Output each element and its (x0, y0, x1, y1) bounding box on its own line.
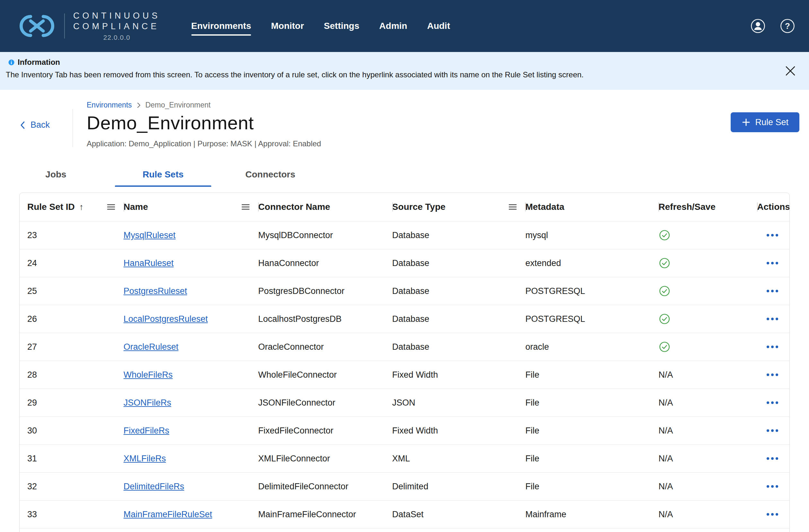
info-icon (8, 59, 14, 66)
ruleset-id-cell: 32 (20, 482, 124, 492)
ruleset-name-link[interactable]: DelimitedFileRs (124, 482, 184, 492)
app-version: 22.0.0.0 (73, 34, 160, 41)
check-circle-icon (659, 258, 670, 269)
column-label-connector-name: Connector Name (258, 202, 330, 212)
ruleset-name-link[interactable]: LocalPostgresRuleset (124, 314, 208, 324)
row-actions-button[interactable] (763, 286, 781, 296)
column-header-refresh-save[interactable]: Refresh/Save (658, 193, 757, 221)
nav-item-admin[interactable]: Admin (379, 21, 407, 31)
source-type-cell: Database (392, 258, 526, 268)
connector-name-cell: MysqlDBConnector (258, 230, 392, 240)
column-label-source-type: Source Type (392, 202, 446, 212)
row-actions-button[interactable] (763, 314, 781, 324)
back-button[interactable]: Back (20, 120, 50, 130)
brand-line-2: COMPLIANCE (73, 21, 160, 32)
refresh-save-cell: N/A (658, 454, 757, 464)
connector-name-cell: OracleConnector (258, 342, 392, 352)
ruleset-name-link[interactable]: MainFrameFileRuleSet (124, 510, 212, 519)
ruleset-name-link[interactable]: WholeFileRs (124, 370, 173, 380)
tab-rule-sets[interactable]: Rule Sets (115, 164, 211, 187)
source-type-cell: Fixed Width (392, 370, 526, 380)
breadcrumb-chevron-icon (136, 102, 141, 108)
page-header: Environments Demo_Environment Demo_Envir… (0, 90, 809, 149)
main-nav: Environments Monitor Settings Admin Audi… (191, 21, 450, 31)
brand-line-1: CONTINUOUS (73, 11, 160, 21)
ruleset-id-cell: 26 (20, 314, 124, 324)
nav-item-monitor[interactable]: Monitor (271, 21, 304, 31)
row-actions-button[interactable] (763, 397, 781, 408)
row-actions-button[interactable] (763, 425, 781, 436)
table-row: 29 JSONFileRs JSONFileConnector JSON Fil… (20, 389, 789, 416)
row-actions-button[interactable] (763, 258, 781, 268)
refresh-save-cell (658, 230, 757, 241)
row-actions-button[interactable] (763, 230, 781, 240)
column-menu-icon[interactable] (241, 204, 250, 210)
ruleset-name-link[interactable]: JSONFileRs (124, 398, 171, 408)
ruleset-id-cell: 28 (20, 370, 124, 380)
banner-title: Information (18, 58, 60, 67)
rule-sets-table: Rule Set ID ↑ Name Connector Name Source… (19, 193, 790, 532)
tab-jobs[interactable]: Jobs (8, 164, 104, 187)
nav-item-settings[interactable]: Settings (324, 21, 359, 31)
ruleset-name-link[interactable]: PostgresRuleset (124, 286, 187, 296)
row-actions-button[interactable] (763, 342, 781, 352)
column-label-metadata: Metadata (525, 202, 564, 212)
ruleset-name-link[interactable]: HanaRuleset (124, 258, 174, 268)
account-icon[interactable] (751, 19, 765, 33)
sort-ascending-icon[interactable]: ↑ (79, 202, 84, 212)
ruleset-id-cell: 31 (20, 454, 124, 464)
refresh-save-cell: N/A (658, 426, 757, 436)
row-actions-button[interactable] (763, 481, 781, 492)
ruleset-id-cell: 24 (20, 258, 124, 268)
page-title: Demo_Environment (87, 113, 809, 134)
ruleset-name-link[interactable]: OracleRuleset (124, 342, 178, 352)
table-row: 23 MysqlRuleset MysqlDBConnector Databas… (20, 221, 789, 249)
connector-name-cell: HanaConnector (258, 258, 392, 268)
ruleset-id-cell: 23 (20, 230, 124, 240)
add-rule-set-button[interactable]: Rule Set (731, 112, 799, 132)
metadata-cell: File (525, 398, 658, 408)
banner-message: The Inventory Tab has been removed from … (6, 70, 774, 79)
connector-name-cell: WholeFileConnector (258, 370, 392, 380)
ruleset-id-cell: 29 (20, 398, 124, 408)
column-header-actions: Actions (757, 193, 789, 221)
breadcrumb-environments-link[interactable]: Environments (87, 101, 132, 109)
column-header-metadata[interactable]: Metadata (525, 193, 658, 221)
ruleset-name-link[interactable]: FixedFileRs (124, 426, 170, 436)
svg-text:?: ? (785, 21, 790, 31)
check-circle-icon (659, 341, 670, 352)
metadata-cell: POSTGRESQL (525, 314, 658, 324)
source-type-cell: XML (392, 454, 526, 464)
help-icon[interactable]: ? (780, 19, 795, 33)
ruleset-name-link[interactable]: MysqlRuleset (124, 230, 176, 240)
column-header-rule-set-id[interactable]: Rule Set ID ↑ (20, 193, 124, 221)
column-label-name: Name (124, 202, 148, 212)
nav-item-environments[interactable]: Environments (191, 21, 252, 31)
add-rule-set-label: Rule Set (755, 118, 789, 127)
column-header-source-type[interactable]: Source Type (392, 193, 526, 221)
ruleset-name-link[interactable]: XMLFileRs (124, 454, 166, 464)
metadata-cell: extended (525, 258, 658, 268)
row-actions-button[interactable] (763, 370, 781, 380)
table-row: 28 WholeFileRs WholeFileConnector Fixed … (20, 361, 789, 389)
column-label-actions: Actions (757, 202, 790, 212)
connector-name-cell: XMLFileConnector (258, 454, 392, 464)
back-label: Back (31, 120, 50, 130)
close-icon[interactable] (783, 63, 798, 78)
plus-icon (742, 118, 751, 127)
column-menu-icon[interactable] (509, 204, 517, 210)
tab-connectors[interactable]: Connectors (222, 164, 319, 187)
metadata-cell: Mainframe (525, 510, 658, 519)
connector-name-cell: FixedFileConnector (258, 426, 392, 436)
nav-item-audit[interactable]: Audit (427, 21, 450, 31)
table-header-row: Rule Set ID ↑ Name Connector Name Source… (20, 193, 789, 221)
column-header-connector-name[interactable]: Connector Name (258, 193, 392, 221)
row-actions-button[interactable] (763, 454, 781, 464)
column-menu-icon[interactable] (107, 204, 115, 210)
environment-subtitle: Application: Demo_Application | Purpose:… (87, 139, 809, 148)
column-header-name[interactable]: Name (124, 193, 258, 221)
refresh-save-cell (658, 314, 757, 324)
delphix-logo-icon[interactable] (18, 14, 56, 38)
row-actions-button[interactable] (763, 509, 781, 519)
table-row: 25 PostgresRuleset PostgresDBConnector D… (20, 277, 789, 305)
